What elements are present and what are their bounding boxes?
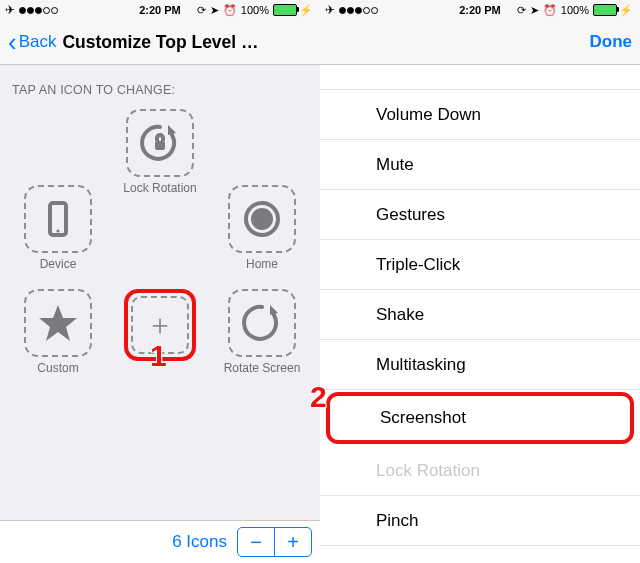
list-item[interactable]: Shake	[320, 290, 640, 340]
device-icon	[36, 197, 80, 241]
slot-label: Lock Rotation	[120, 181, 200, 195]
list-item[interactable]: Double Tap	[320, 546, 640, 563]
footer-bar: 6 Icons − +	[0, 520, 320, 563]
list-item[interactable]: Pinch	[320, 496, 640, 546]
slot-rotate-screen[interactable]: Rotate Screen	[222, 289, 302, 375]
callout-2: 2	[310, 380, 327, 414]
battery-pct: 100%	[241, 4, 269, 16]
list-item[interactable]: Mute	[320, 140, 640, 190]
slot-label: Home	[222, 257, 302, 271]
battery-pct: 100%	[561, 4, 589, 16]
star-icon	[36, 301, 80, 345]
nav-bar: ‹ Back Customize Top Level Menu...	[0, 20, 320, 65]
alarm-icon: ⏰	[223, 4, 237, 17]
slot-custom[interactable]: Custom	[18, 289, 98, 375]
lock-rotation-icon	[138, 121, 182, 165]
svg-point-2	[56, 229, 59, 232]
svg-point-4	[251, 208, 273, 230]
airplane-icon: ✈	[325, 3, 335, 17]
nav-bar: Done	[320, 20, 640, 65]
icon-count-stepper: − +	[237, 527, 312, 557]
list-item-screenshot[interactable]: Screenshot	[326, 392, 634, 444]
slot-label: Rotate Screen	[222, 361, 302, 375]
hint-label: TAP AN ICON TO CHANGE:	[12, 83, 314, 97]
list-item[interactable]: Multitasking	[320, 340, 640, 390]
customize-area: TAP AN ICON TO CHANGE: Lock Rotation	[0, 65, 320, 532]
charging-icon: ⚡	[619, 4, 633, 17]
page-title: Customize Top Level Menu...	[62, 32, 272, 53]
status-bar: ✈ 2:20 PM ⟳ ➤ ⏰ 100% ⚡	[0, 0, 320, 20]
signal-dots	[19, 7, 58, 14]
list-item[interactable]: Volume Up	[320, 65, 640, 90]
back-button[interactable]: ‹ Back	[8, 32, 56, 52]
slot-lock-rotation[interactable]: Lock Rotation	[120, 109, 200, 195]
rotation-lock-icon: ⟳	[517, 4, 526, 17]
slot-home[interactable]: Home	[222, 185, 302, 271]
callout-1: 1	[150, 339, 167, 373]
stepper-minus[interactable]: −	[238, 528, 275, 556]
list-item[interactable]: Gestures	[320, 190, 640, 240]
battery-icon	[593, 4, 617, 16]
rotate-screen-icon	[240, 301, 284, 345]
battery-icon	[273, 4, 297, 16]
status-bar: ✈ 2:20 PM ⟳ ➤ ⏰ 100% ⚡	[320, 0, 640, 20]
phone-left: ✈ 2:20 PM ⟳ ➤ ⏰ 100% ⚡ ‹ Back Customize …	[0, 0, 321, 563]
list-item[interactable]: Triple-Click	[320, 240, 640, 290]
stepper-plus[interactable]: +	[275, 528, 311, 556]
signal-dots	[339, 7, 378, 14]
alarm-icon: ⏰	[543, 4, 557, 17]
icon-count-label: 6 Icons	[172, 532, 227, 552]
phone-right: ✈ 2:20 PM ⟳ ➤ ⏰ 100% ⚡ Done Volume Up Vo…	[320, 0, 640, 563]
list-item[interactable]: Volume Down	[320, 90, 640, 140]
back-label: Back	[19, 32, 57, 52]
airplane-icon: ✈	[5, 3, 15, 17]
slot-device[interactable]: Device	[18, 185, 98, 271]
location-icon: ➤	[530, 4, 539, 17]
slot-label: Custom	[18, 361, 98, 375]
location-icon: ➤	[210, 4, 219, 17]
done-button[interactable]: Done	[590, 32, 633, 52]
slot-label: Device	[18, 257, 98, 271]
list-item: Lock Rotation	[320, 446, 640, 496]
charging-icon: ⚡	[299, 4, 313, 17]
icon-grid: Lock Rotation Device	[6, 103, 314, 423]
home-icon	[240, 197, 284, 241]
rotation-lock-icon: ⟳	[197, 4, 206, 17]
action-list[interactable]: Volume Up Volume Down Mute Gestures Trip…	[320, 65, 640, 563]
svg-rect-0	[155, 141, 165, 150]
